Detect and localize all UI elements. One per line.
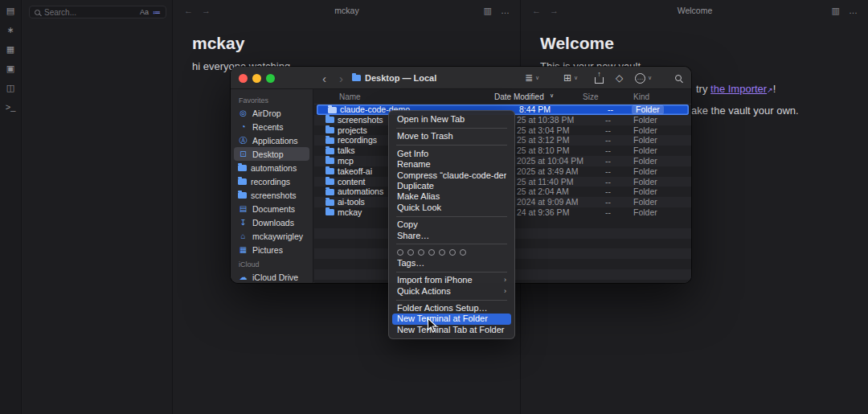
folder-icon xyxy=(326,127,334,133)
back-icon[interactable]: ← xyxy=(184,6,193,15)
folder-icon xyxy=(326,148,334,154)
file-date-modified: 25 at 3:04 PM xyxy=(517,125,569,136)
finder-sidebar-item[interactable]: recordings xyxy=(234,174,309,188)
sidebar-item-label: mckaywrigley xyxy=(252,232,303,241)
canvas-icon[interactable]: ▦ xyxy=(5,43,17,55)
finder-sidebar-item[interactable]: ◔ Recents xyxy=(234,120,309,133)
welcome-line-own-vault: ake the vault your own. xyxy=(691,105,799,117)
tags-button[interactable]: ◇ xyxy=(616,67,623,89)
menu-item-label: Open in New Tab xyxy=(397,114,506,125)
column-header-kind[interactable]: Kind xyxy=(633,92,649,101)
note-title: mckay xyxy=(192,34,502,53)
back-icon[interactable]: ← xyxy=(532,6,541,15)
menu-item[interactable]: Import from iPhone › xyxy=(392,275,511,285)
tag-color-dot[interactable] xyxy=(439,249,445,256)
menu-item[interactable]: Folder Actions Setup… › xyxy=(392,303,511,314)
reading-mode-icon[interactable]: ▥ xyxy=(484,6,492,16)
file-kind: Folder xyxy=(633,156,657,166)
finder-sidebar-item[interactable]: ▦ Pictures xyxy=(234,243,309,256)
importer-link[interactable]: the Importer xyxy=(710,83,767,95)
window-title-text: Desktop — Local xyxy=(365,73,436,83)
menu-item[interactable]: Rename › xyxy=(392,159,511,170)
column-header-size[interactable]: Size xyxy=(583,92,598,101)
menu-item[interactable]: Open in New Tab › xyxy=(392,114,511,125)
note-content[interactable]: Welcome This is your new vault xyxy=(522,21,868,72)
finder-titlebar[interactable]: ‹ › Desktop — Local ≣ ∨ ⊞ ∨ ◇ … ∨ xyxy=(231,67,691,89)
group-by-button[interactable]: ⊞ ∨ xyxy=(563,67,578,89)
file-size: -- xyxy=(605,207,611,218)
finder-sidebar-item[interactable]: ⊡ Desktop xyxy=(234,147,309,161)
menu-item[interactable]: New Terminal Tab at Folder › xyxy=(392,325,511,335)
more-options-icon[interactable]: … xyxy=(849,6,858,16)
menu-item[interactable]: Share… › xyxy=(392,231,511,241)
tag-color-dot[interactable] xyxy=(449,249,456,256)
close-button[interactable] xyxy=(239,74,248,83)
menu-item[interactable]: Get Info › xyxy=(392,149,511,159)
menu-item[interactable]: Copy › xyxy=(392,219,511,230)
search-settings-icon[interactable]: ≔ xyxy=(153,8,161,17)
finder-sidebar-item[interactable]: Ⓐ Applications xyxy=(234,133,309,147)
tag-color-dot[interactable] xyxy=(397,249,403,256)
menu-item[interactable]: Duplicate › xyxy=(392,181,511,191)
menu-item[interactable]: Move to Trash › xyxy=(392,131,511,141)
finder-sidebar-item[interactable]: ☁ iCloud Drive xyxy=(234,270,309,283)
menu-item[interactable]: Quick Actions › xyxy=(392,286,511,297)
back-icon[interactable]: ‹ xyxy=(322,67,326,89)
menu-item[interactable]: Make Alias › xyxy=(392,191,511,202)
section-label-text: iCloud xyxy=(239,260,260,268)
daily-note-icon[interactable]: ▣ xyxy=(5,63,17,75)
finder-sidebar-item[interactable]: screenshots xyxy=(234,188,309,202)
file-kind: Folder xyxy=(633,177,657,187)
terminal-icon[interactable]: >_ xyxy=(5,101,17,113)
finder-sidebar-item[interactable]: ◎ AirDrop xyxy=(234,106,309,120)
sort-indicator-icon: ∨ xyxy=(550,92,554,99)
minimize-button[interactable] xyxy=(252,74,261,83)
menu-item-label: New Terminal at Folder xyxy=(397,314,506,324)
column-header-name[interactable]: Name xyxy=(339,92,361,101)
column-header-date-modified[interactable]: Date Modified xyxy=(494,92,544,101)
menu-item[interactable]: Quick Look › xyxy=(392,203,511,213)
tag-color-dot[interactable] xyxy=(428,249,435,256)
graph-view-icon[interactable]: ∗ xyxy=(5,24,17,36)
share-button[interactable] xyxy=(595,67,604,89)
templates-icon[interactable]: ◫ xyxy=(5,82,17,94)
menu-item[interactable]: New Terminal at Folder › xyxy=(392,314,511,324)
sidebar-item-label: Desktop xyxy=(252,150,284,159)
tab-title[interactable]: mckay xyxy=(174,6,520,15)
file-kind: Folder xyxy=(633,197,657,207)
forward-icon[interactable]: → xyxy=(202,6,211,15)
menu-item[interactable]: Compress “claude-code-demo” › xyxy=(392,170,511,181)
ribbon-icon-glyph: ▣ xyxy=(6,64,14,73)
search-icon xyxy=(35,10,40,15)
list-view-icon: ≣ xyxy=(525,72,533,84)
reading-mode-icon[interactable]: ▥ xyxy=(832,6,840,16)
zoom-button[interactable] xyxy=(266,74,275,83)
folder-icon xyxy=(326,117,334,123)
finder-sidebar-item[interactable]: ↧ Downloads xyxy=(234,215,309,229)
folder-icon xyxy=(328,107,337,113)
tag-color-dot[interactable] xyxy=(460,249,466,256)
menu-item-label: Make Alias xyxy=(397,191,506,202)
finder-sidebar-item[interactable]: ⌂ mckaywrigley xyxy=(234,229,309,243)
tag-color-dot[interactable] xyxy=(407,249,414,256)
search-button[interactable] xyxy=(675,67,682,89)
match-case-toggle[interactable]: Aa xyxy=(140,8,149,16)
finder-sidebar-item[interactable]: ▤ Documents xyxy=(234,202,309,215)
search-input[interactable] xyxy=(44,8,136,17)
actions-button[interactable]: … ∨ xyxy=(635,67,652,89)
tab-title[interactable]: Welcome xyxy=(522,6,868,15)
more-options-icon[interactable]: … xyxy=(501,6,510,16)
note-content[interactable]: mckay hi everyone watching xyxy=(174,21,520,72)
menu-item-label: New Terminal Tab at Folder xyxy=(397,325,506,335)
menu-item[interactable]: Tags… › xyxy=(392,258,511,268)
forward-icon[interactable]: › xyxy=(339,67,343,89)
finder-sidebar-item[interactable]: automations xyxy=(234,161,309,174)
vault-search[interactable]: Aa ≔ xyxy=(29,6,166,18)
view-options-button[interactable]: ≣ ∨ xyxy=(525,67,539,89)
forward-icon[interactable]: → xyxy=(550,6,559,15)
file-name: mckay xyxy=(338,207,362,218)
files-icon[interactable]: ▤ xyxy=(5,5,17,17)
tag-color-dot[interactable] xyxy=(418,249,424,256)
file-kind: Folder xyxy=(633,146,657,156)
file-name: ai-tools xyxy=(338,197,365,207)
